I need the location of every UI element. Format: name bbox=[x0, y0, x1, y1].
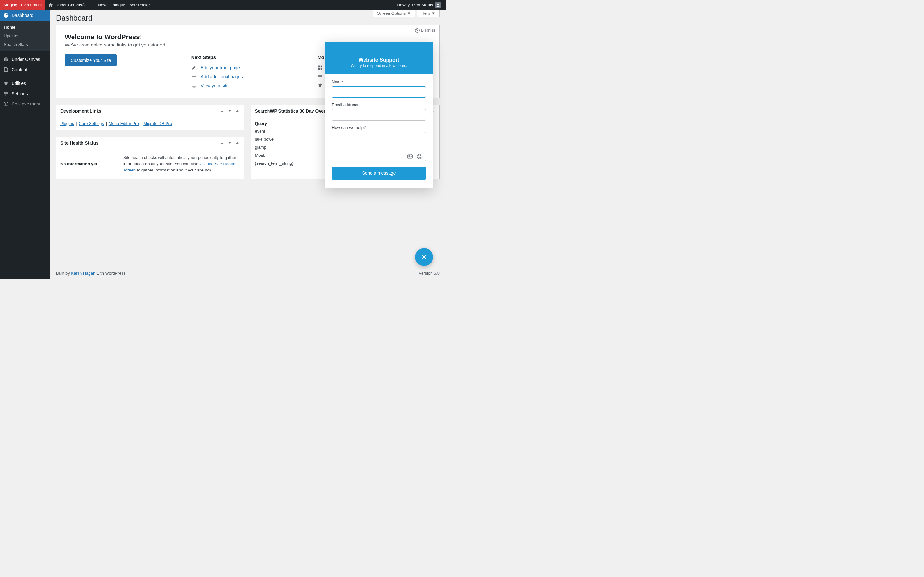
submenu-search-stats[interactable]: Search Stats bbox=[0, 40, 50, 49]
link-label: Add additional pages bbox=[201, 74, 243, 79]
wp-version: Version 5.8 bbox=[419, 271, 439, 276]
caret-down-icon: ▼ bbox=[431, 11, 435, 16]
svg-rect-16 bbox=[318, 68, 320, 70]
svg-point-7 bbox=[5, 92, 5, 93]
admin-bar: Staging Environment Under Canvas® New Im… bbox=[0, 0, 446, 10]
widgets-icon bbox=[317, 65, 323, 70]
menu-content-label: Content bbox=[11, 67, 27, 72]
account-link[interactable]: Howdy, Rich Staats bbox=[395, 0, 443, 10]
toggle-button[interactable] bbox=[234, 140, 240, 146]
help-label: How can we help? bbox=[332, 125, 426, 130]
screen-options-button[interactable]: Screen Options ▼ bbox=[373, 10, 415, 17]
list-icon bbox=[317, 74, 323, 79]
svg-rect-13 bbox=[194, 87, 194, 87]
move-up-button[interactable] bbox=[219, 140, 225, 146]
svg-point-23 bbox=[417, 154, 422, 159]
site-name-label: Under Canvas® bbox=[55, 3, 86, 7]
svg-point-0 bbox=[437, 3, 439, 5]
next-steps-heading: Next Steps bbox=[191, 55, 305, 60]
screen-options-label: Screen Options bbox=[377, 11, 406, 16]
new-content-link[interactable]: New bbox=[87, 0, 109, 10]
dashboard-submenu: Home Updates Search Stats bbox=[0, 21, 50, 51]
menu-editor-link[interactable]: Menu Editor Pro bbox=[109, 121, 139, 126]
toggle-button[interactable] bbox=[234, 108, 240, 114]
menu-utilities[interactable]: Utilities bbox=[0, 78, 50, 89]
footer-author-link[interactable]: Karsh Hagan bbox=[71, 271, 95, 276]
sitehealth-text: Site health checks will automatically ru… bbox=[123, 155, 240, 173]
link-label: View your site bbox=[201, 83, 229, 88]
move-down-button[interactable] bbox=[227, 108, 233, 114]
site-health-box: Site Health Status No information yet… S… bbox=[56, 137, 244, 179]
link-label: Edit your front page bbox=[201, 65, 240, 70]
collapse-menu[interactable]: Collapse menu bbox=[0, 99, 50, 109]
dismiss-label: Dismiss bbox=[421, 28, 436, 33]
support-fab-close[interactable] bbox=[415, 248, 433, 266]
name-label: Name bbox=[332, 79, 426, 84]
dismiss-welcome-link[interactable]: Dismiss bbox=[415, 28, 436, 33]
howdy-label: Howdy, Rich Staats bbox=[397, 3, 433, 7]
svg-rect-1 bbox=[4, 58, 5, 61]
help-button[interactable]: Help ▼ bbox=[417, 10, 439, 17]
send-message-button[interactable]: Send a message bbox=[332, 167, 426, 179]
emoji-icon[interactable] bbox=[417, 153, 423, 160]
gear-icon bbox=[3, 81, 9, 86]
menu-settings-label: Settings bbox=[11, 91, 28, 96]
support-subtitle: We try to respond in a few hours. bbox=[331, 63, 427, 68]
svg-point-25 bbox=[420, 156, 421, 156]
view-site-link[interactable]: View your site bbox=[191, 81, 305, 90]
admin-sidebar: Dashboard Home Updates Search Stats Unde… bbox=[0, 10, 50, 279]
attach-image-icon[interactable] bbox=[407, 153, 413, 160]
wp-footer: Built by Karsh Hagan with WordPress. Ver… bbox=[50, 268, 446, 279]
sitehealth-noinfo: No information yet… bbox=[60, 155, 118, 173]
help-label: Help bbox=[421, 11, 430, 16]
svg-point-24 bbox=[419, 156, 419, 156]
plugins-link[interactable]: Plugins bbox=[60, 121, 74, 126]
edit-icon bbox=[191, 65, 197, 70]
add-pages-link[interactable]: Add additional pages bbox=[191, 72, 305, 81]
dashboard-icon bbox=[3, 13, 9, 18]
dismiss-icon bbox=[415, 28, 420, 33]
site-name-link[interactable]: Under Canvas® bbox=[45, 0, 88, 10]
page-icon bbox=[3, 67, 9, 72]
menu-under-canvas-label: Under Canvas bbox=[11, 57, 40, 62]
support-widget: Website Support We try to respond in a f… bbox=[325, 42, 433, 188]
svg-rect-17 bbox=[320, 68, 322, 70]
wprocket-link[interactable]: WP Rocket bbox=[128, 0, 153, 10]
footer-post: with WordPress. bbox=[95, 271, 127, 276]
migrate-db-link[interactable]: Migrate DB Pro bbox=[144, 121, 172, 126]
caret-down-icon: ▼ bbox=[407, 11, 411, 16]
submenu-home[interactable]: Home bbox=[0, 23, 50, 31]
core-settings-link[interactable]: Core Settings bbox=[79, 121, 104, 126]
submenu-updates[interactable]: Updates bbox=[0, 31, 50, 40]
devlinks-title: Development Links bbox=[60, 108, 102, 113]
menu-content[interactable]: Content bbox=[0, 64, 50, 75]
email-label: Email address bbox=[332, 102, 426, 107]
avatar-icon bbox=[435, 2, 441, 8]
bars-icon bbox=[3, 57, 9, 62]
svg-point-8 bbox=[7, 93, 8, 94]
svg-rect-18 bbox=[318, 75, 322, 76]
development-links-box: Development Links Plugins | Core Setting… bbox=[56, 105, 244, 130]
customize-site-button[interactable]: Customize Your Site bbox=[65, 55, 117, 66]
plus-icon bbox=[90, 3, 96, 8]
collapse-label: Collapse menu bbox=[11, 101, 41, 106]
collapse-icon bbox=[3, 101, 9, 106]
searchwp-title: SearchWP Statistics 30 Day Overview bbox=[255, 108, 335, 113]
edit-front-page-link[interactable]: Edit your front page bbox=[191, 63, 305, 72]
welcome-title: Welcome to WordPress! bbox=[65, 33, 431, 41]
graduation-icon bbox=[317, 83, 323, 88]
move-down-button[interactable] bbox=[227, 140, 233, 146]
svg-rect-15 bbox=[320, 66, 322, 68]
menu-dashboard[interactable]: Dashboard bbox=[0, 10, 50, 21]
imagify-link[interactable]: Imagify bbox=[109, 0, 128, 10]
move-up-button[interactable] bbox=[219, 108, 225, 114]
svg-rect-14 bbox=[318, 66, 320, 68]
svg-point-9 bbox=[5, 94, 6, 95]
menu-settings[interactable]: Settings bbox=[0, 89, 50, 99]
sliders-icon bbox=[3, 91, 9, 96]
svg-point-22 bbox=[409, 156, 410, 157]
email-input[interactable] bbox=[332, 109, 426, 121]
home-icon bbox=[48, 3, 53, 8]
name-input[interactable] bbox=[332, 86, 426, 98]
menu-under-canvas[interactable]: Under Canvas bbox=[0, 54, 50, 64]
